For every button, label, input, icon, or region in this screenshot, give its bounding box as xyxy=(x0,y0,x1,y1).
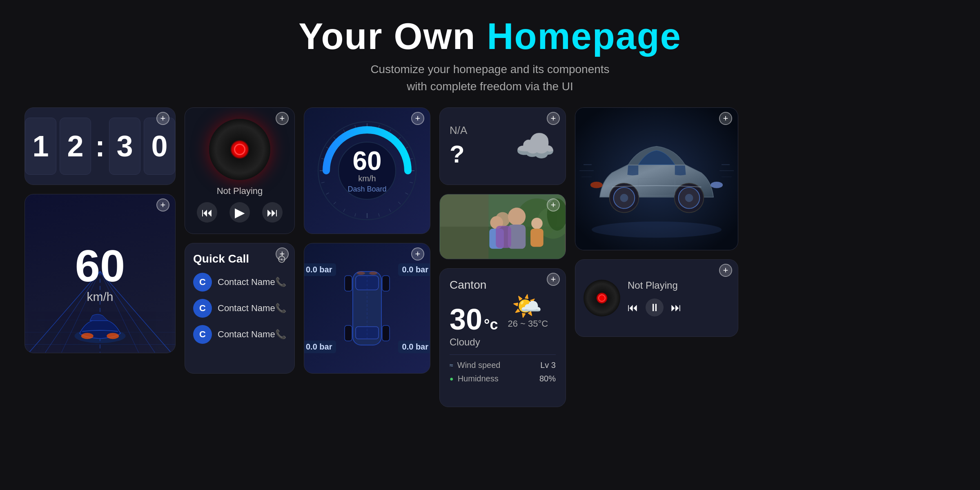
phone-icon-1[interactable]: 📞 xyxy=(275,277,286,287)
tire-tr-label: 0.0 bar xyxy=(398,263,430,276)
tire-add-button[interactable]: + xyxy=(411,247,424,261)
weather-temp-group: 30 °c xyxy=(450,305,498,334)
weather-canton-add-button[interactable]: + xyxy=(547,273,560,286)
gauge-label: Dash Board xyxy=(347,185,386,194)
car-hero-widget: + xyxy=(575,107,738,250)
photo-add-button[interactable]: + xyxy=(547,198,560,212)
svg-point-12 xyxy=(107,333,119,339)
wind-value: Lv 3 xyxy=(540,361,556,370)
svg-point-11 xyxy=(81,333,94,339)
speed-car-icon xyxy=(69,308,131,349)
page-header: Your Own Homepage Customize your homepag… xyxy=(0,0,980,103)
svg-line-38 xyxy=(326,147,329,149)
contact-left-3: C Contact Name xyxy=(193,325,275,344)
mini-prev-button[interactable]: ⏮ xyxy=(628,301,638,314)
weather-na-label: N/A xyxy=(450,124,467,137)
widgets-grid: + 1 2 : 3 0 + 60 km/h xyxy=(0,107,980,407)
clock-add-button[interactable]: + xyxy=(156,112,169,125)
weather-description: Cloudy xyxy=(450,336,556,348)
contact-row-2[interactable]: C Contact Name 📞 xyxy=(193,299,286,318)
music-mini-widget: + Not Playing ⏮ ⏸ ⏭ xyxy=(575,259,738,337)
weather-wind-left: ≈ Wind speed xyxy=(450,361,500,370)
page-title: Your Own Homepage xyxy=(0,16,980,57)
phone-icon-2[interactable]: 📞 xyxy=(275,303,286,314)
svg-line-39 xyxy=(334,137,336,140)
gauge-speed-value: 60 xyxy=(347,148,386,174)
svg-line-25 xyxy=(410,182,413,183)
weather-icon: 🌤️ xyxy=(512,294,542,318)
phone-icon-3[interactable]: 📞 xyxy=(275,329,286,340)
clock-digit-3: 3 xyxy=(109,118,140,175)
music-mini-controls: ⏮ ⏸ ⏭ xyxy=(628,298,730,316)
humidity-value: 80% xyxy=(539,374,556,383)
contact-left-2: C Contact Name xyxy=(193,299,275,318)
svg-line-20 xyxy=(389,130,391,133)
svg-rect-62 xyxy=(530,229,543,247)
svg-point-75 xyxy=(710,182,723,188)
title-cyan: Homepage xyxy=(487,16,682,57)
vinyl-mini-center xyxy=(598,294,606,302)
speed-small-value: 60 xyxy=(75,243,125,288)
col-2: + Not Playing ⏮ ▶ ⏭ + Quick Call ⊙ C C xyxy=(185,107,295,374)
contact-avatar-2: C xyxy=(193,299,212,318)
weather-humidity-left: ● Humidness xyxy=(450,374,499,383)
car-hero-svg xyxy=(575,108,738,250)
weather-na-add-button[interactable]: + xyxy=(547,112,560,125)
contact-avatar-1: C xyxy=(193,273,212,292)
weather-na-left: N/A ? xyxy=(450,124,467,168)
weather-canton-widget: + Canton 30 °c 🌤️ 26 ~ 35°C Cloudy ≈ xyxy=(439,268,566,407)
svg-line-37 xyxy=(321,158,325,159)
play-button[interactable]: ▶ xyxy=(229,202,250,223)
photo-widget: + xyxy=(439,194,566,259)
tire-bl-label: 0.0 bar xyxy=(304,341,336,353)
svg-rect-47 xyxy=(382,276,390,291)
svg-point-57 xyxy=(508,208,526,225)
speedometer-add-button[interactable]: + xyxy=(411,112,424,125)
weather-divider xyxy=(450,354,556,355)
svg-point-52 xyxy=(369,272,377,275)
gauge-container: 60 km/h Dash Board xyxy=(314,118,420,224)
svg-point-68 xyxy=(592,221,722,238)
contact-row-1[interactable]: C Contact Name 📞 xyxy=(193,273,286,292)
svg-rect-48 xyxy=(345,325,352,341)
speedometer-widget: + xyxy=(304,107,430,234)
quick-call-add-button[interactable]: + xyxy=(276,247,289,261)
prev-button[interactable]: ⏮ xyxy=(197,202,217,223)
mini-next-button[interactable]: ⏭ xyxy=(671,301,682,314)
contact-left-1: C Contact Name xyxy=(193,273,275,292)
tire-pressure-container: 0.0 bar 0.0 bar 0.0 bar 0.0 bar xyxy=(318,255,416,361)
next-button[interactable]: ⏭ xyxy=(262,202,283,223)
svg-line-41 xyxy=(355,125,356,128)
music-mini-info: Not Playing ⏮ ⏸ ⏭ xyxy=(628,280,730,316)
tire-pressure-widget: + 0.0 bar 0.0 bar 0.0 bar 0.0 bar xyxy=(304,243,430,374)
speed-small-unit: km/h xyxy=(75,290,125,304)
svg-point-51 xyxy=(357,272,365,275)
col-4: + N/A ? ☁️ + xyxy=(439,107,566,407)
mini-pause-button[interactable]: ⏸ xyxy=(646,298,664,316)
music-large-status: Not Playing xyxy=(217,186,263,196)
clock-digit-1: 1 xyxy=(25,118,56,175)
vinyl-center xyxy=(234,144,245,155)
svg-line-23 xyxy=(410,158,413,159)
car-hero-add-button[interactable]: + xyxy=(719,112,732,125)
svg-line-31 xyxy=(355,213,356,216)
clock-widget: + 1 2 : 3 0 xyxy=(24,107,176,185)
wind-label: Wind speed xyxy=(457,361,501,370)
music-large-add-button[interactable]: + xyxy=(276,112,289,125)
contact-avatar-3: C xyxy=(193,325,212,344)
svg-line-34 xyxy=(326,193,329,194)
svg-point-61 xyxy=(531,218,543,229)
music-mini-add-button[interactable]: + xyxy=(719,264,732,277)
svg-line-33 xyxy=(334,202,336,204)
clock-digit-4: 0 xyxy=(144,118,175,175)
car-top-view-svg xyxy=(343,263,392,353)
contact-row-3[interactable]: C Contact Name 📞 xyxy=(193,325,286,344)
weather-range: 26 ~ 35°C xyxy=(508,318,548,329)
svg-line-32 xyxy=(343,209,345,212)
svg-point-76 xyxy=(590,182,603,188)
svg-line-40 xyxy=(343,130,345,133)
svg-rect-64 xyxy=(496,226,511,248)
col-5: + xyxy=(575,107,738,337)
speed-small-add-button[interactable]: + xyxy=(156,198,169,212)
svg-line-22 xyxy=(405,147,408,149)
